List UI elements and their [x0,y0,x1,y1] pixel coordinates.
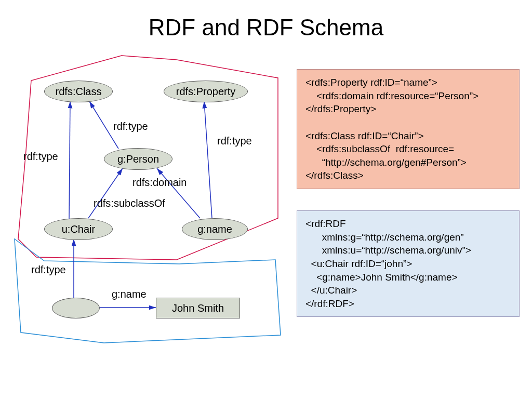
node-g-name: g:name [182,218,248,240]
edge-chair-person [88,168,123,218]
code-box-schema: <rdfs:Property rdf:ID=“name”> <rdfs:doma… [297,69,520,189]
diagram-svg [0,0,532,399]
node-g-person: g:Person [104,148,172,170]
node-rdfs-property: rdfs:Property [164,81,248,102]
label-type-left: rdf:type [23,151,58,163]
node-john-smith: John Smith [156,298,240,318]
node-instance [52,298,100,318]
edge-name-person [157,168,200,218]
label-subclass: rdfs:subclassOf [94,197,165,209]
node-rdfs-class: rdfs:Class [44,81,113,102]
edge-chair-class [69,101,70,219]
code-box-instance: <rdf:RDF xmlns:g=“http://schema.org/gen”… [297,210,520,317]
label-type-right: rdf:type [217,135,252,147]
label-type-bottom: rdf:type [31,264,66,276]
label-type-mid: rdf:type [113,121,148,132]
edge-name-property [204,101,212,218]
label-gname: g:name [112,288,147,300]
label-domain: rdfs:domain [132,177,187,189]
region-instance [15,239,281,343]
node-u-chair: u:Chair [44,218,113,240]
